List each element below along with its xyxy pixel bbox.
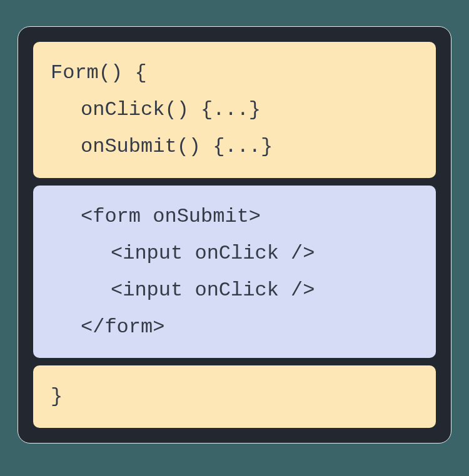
code-line: <form onSubmit> — [51, 198, 418, 235]
code-block-jsx: <form onSubmit> <input onClick /> <input… — [33, 186, 436, 359]
code-line: onClick() {...} — [51, 91, 418, 128]
code-block-close: } — [33, 365, 436, 427]
code-block-logic: Form() { onClick() {...} onSubmit() {...… — [33, 42, 436, 178]
code-diagram-card: Form() { onClick() {...} onSubmit() {...… — [18, 26, 451, 444]
code-line: Form() { — [51, 54, 418, 91]
code-line: <input onClick /> — [51, 272, 418, 309]
code-line: </form> — [51, 309, 418, 345]
code-line: onSubmit() {...} — [51, 128, 418, 165]
code-line: } — [51, 378, 418, 415]
code-line: <input onClick /> — [51, 235, 418, 272]
